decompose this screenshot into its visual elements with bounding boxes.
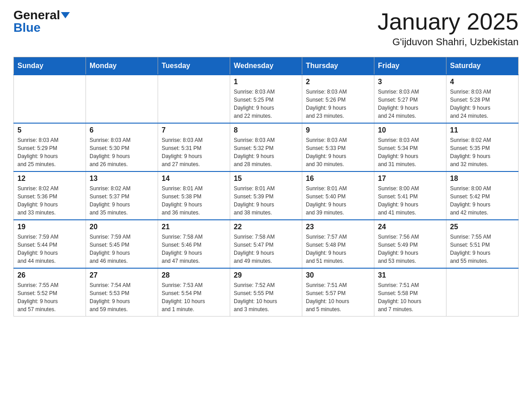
day-number: 2: [306, 78, 370, 86]
calendar-cell: 9Sunrise: 8:03 AM Sunset: 5:33 PM Daylig…: [302, 123, 374, 171]
calendar-cell: 2Sunrise: 8:03 AM Sunset: 5:26 PM Daylig…: [302, 75, 374, 123]
calendar-cell: 10Sunrise: 8:03 AM Sunset: 5:34 PM Dayli…: [374, 123, 446, 171]
day-number: 8: [234, 126, 298, 134]
calendar-week-row: 5Sunrise: 8:03 AM Sunset: 5:29 PM Daylig…: [14, 123, 519, 171]
day-info: Sunrise: 8:03 AM Sunset: 5:29 PM Dayligh…: [17, 136, 82, 168]
calendar-cell: 30Sunrise: 7:51 AM Sunset: 5:57 PM Dayli…: [302, 268, 374, 317]
day-info: Sunrise: 7:59 AM Sunset: 5:45 PM Dayligh…: [90, 233, 154, 265]
day-number: 11: [450, 126, 515, 134]
logo-general-text: General: [13, 9, 60, 21]
day-info: Sunrise: 8:03 AM Sunset: 5:28 PM Dayligh…: [450, 88, 515, 120]
day-number: 22: [234, 223, 298, 231]
calendar-week-row: 19Sunrise: 7:59 AM Sunset: 5:44 PM Dayli…: [14, 220, 519, 268]
day-info: Sunrise: 8:00 AM Sunset: 5:42 PM Dayligh…: [450, 184, 515, 217]
day-number: 12: [17, 175, 82, 183]
day-number: 24: [378, 223, 442, 231]
day-info: Sunrise: 7:59 AM Sunset: 5:44 PM Dayligh…: [17, 233, 82, 265]
weekday-header-monday: Monday: [86, 57, 158, 75]
day-info: Sunrise: 7:56 AM Sunset: 5:49 PM Dayligh…: [378, 233, 442, 265]
day-info: Sunrise: 7:57 AM Sunset: 5:48 PM Dayligh…: [306, 233, 370, 265]
day-number: 25: [450, 223, 515, 231]
calendar-cell: 26Sunrise: 7:55 AM Sunset: 5:52 PM Dayli…: [14, 268, 86, 317]
page-header: General Blue January 2025 G'ijduvon Shah…: [13, 9, 519, 48]
day-info: Sunrise: 7:51 AM Sunset: 5:58 PM Dayligh…: [378, 281, 442, 313]
day-info: Sunrise: 7:55 AM Sunset: 5:52 PM Dayligh…: [17, 281, 82, 313]
calendar-cell: 29Sunrise: 7:52 AM Sunset: 5:55 PM Dayli…: [230, 268, 302, 317]
calendar-cell: 1Sunrise: 8:03 AM Sunset: 5:25 PM Daylig…: [230, 75, 302, 123]
day-info: Sunrise: 7:53 AM Sunset: 5:54 PM Dayligh…: [162, 281, 226, 313]
calendar-cell: [14, 75, 86, 123]
weekday-header-row: SundayMondayTuesdayWednesdayThursdayFrid…: [14, 57, 519, 75]
calendar-cell: 6Sunrise: 8:03 AM Sunset: 5:30 PM Daylig…: [86, 123, 158, 171]
calendar-table: SundayMondayTuesdayWednesdayThursdayFrid…: [13, 57, 519, 317]
weekday-header-tuesday: Tuesday: [158, 57, 230, 75]
calendar-cell: [446, 268, 519, 317]
day-info: Sunrise: 7:58 AM Sunset: 5:47 PM Dayligh…: [234, 233, 298, 265]
day-info: Sunrise: 8:02 AM Sunset: 5:36 PM Dayligh…: [17, 184, 82, 217]
logo-triangle-icon: [61, 12, 70, 18]
day-number: 31: [378, 271, 442, 279]
calendar-cell: 23Sunrise: 7:57 AM Sunset: 5:48 PM Dayli…: [302, 220, 374, 268]
calendar-cell: 20Sunrise: 7:59 AM Sunset: 5:45 PM Dayli…: [86, 220, 158, 268]
calendar-cell: 12Sunrise: 8:02 AM Sunset: 5:36 PM Dayli…: [14, 171, 86, 220]
weekday-header-saturday: Saturday: [446, 57, 519, 75]
day-number: 28: [162, 271, 226, 279]
month-title: January 2025: [378, 9, 519, 34]
logo-blue-text: Blue: [13, 21, 41, 34]
weekday-header-thursday: Thursday: [302, 57, 374, 75]
weekday-header-wednesday: Wednesday: [230, 57, 302, 75]
calendar-cell: [158, 75, 230, 123]
day-info: Sunrise: 8:03 AM Sunset: 5:34 PM Dayligh…: [378, 136, 442, 168]
day-number: 23: [306, 223, 370, 231]
day-info: Sunrise: 7:58 AM Sunset: 5:46 PM Dayligh…: [162, 233, 226, 265]
calendar-cell: 31Sunrise: 7:51 AM Sunset: 5:58 PM Dayli…: [374, 268, 446, 317]
calendar-cell: 25Sunrise: 7:55 AM Sunset: 5:51 PM Dayli…: [446, 220, 519, 268]
calendar-cell: 5Sunrise: 8:03 AM Sunset: 5:29 PM Daylig…: [14, 123, 86, 171]
day-number: 7: [162, 126, 226, 134]
calendar-cell: [86, 75, 158, 123]
day-info: Sunrise: 8:03 AM Sunset: 5:32 PM Dayligh…: [234, 136, 298, 168]
calendar-week-row: 12Sunrise: 8:02 AM Sunset: 5:36 PM Dayli…: [14, 171, 519, 220]
calendar-cell: 16Sunrise: 8:01 AM Sunset: 5:40 PM Dayli…: [302, 171, 374, 220]
calendar-cell: 19Sunrise: 7:59 AM Sunset: 5:44 PM Dayli…: [14, 220, 86, 268]
day-number: 10: [378, 126, 442, 134]
day-info: Sunrise: 7:51 AM Sunset: 5:57 PM Dayligh…: [306, 281, 370, 313]
day-number: 4: [450, 78, 515, 86]
calendar-cell: 3Sunrise: 8:03 AM Sunset: 5:27 PM Daylig…: [374, 75, 446, 123]
day-number: 16: [306, 175, 370, 183]
day-number: 14: [162, 175, 226, 183]
day-info: Sunrise: 7:55 AM Sunset: 5:51 PM Dayligh…: [450, 233, 515, 265]
calendar-cell: 7Sunrise: 8:03 AM Sunset: 5:31 PM Daylig…: [158, 123, 230, 171]
calendar-cell: 27Sunrise: 7:54 AM Sunset: 5:53 PM Dayli…: [86, 268, 158, 317]
calendar-cell: 24Sunrise: 7:56 AM Sunset: 5:49 PM Dayli…: [374, 220, 446, 268]
day-number: 15: [234, 175, 298, 183]
day-number: 18: [450, 175, 515, 183]
day-number: 26: [17, 271, 82, 279]
calendar-cell: 18Sunrise: 8:00 AM Sunset: 5:42 PM Dayli…: [446, 171, 519, 220]
day-number: 19: [17, 223, 82, 231]
day-info: Sunrise: 8:03 AM Sunset: 5:31 PM Dayligh…: [162, 136, 226, 168]
calendar-cell: 13Sunrise: 8:02 AM Sunset: 5:37 PM Dayli…: [86, 171, 158, 220]
calendar-cell: 17Sunrise: 8:00 AM Sunset: 5:41 PM Dayli…: [374, 171, 446, 220]
calendar-cell: 14Sunrise: 8:01 AM Sunset: 5:38 PM Dayli…: [158, 171, 230, 220]
weekday-header-friday: Friday: [374, 57, 446, 75]
day-info: Sunrise: 8:03 AM Sunset: 5:25 PM Dayligh…: [234, 88, 298, 120]
day-info: Sunrise: 8:02 AM Sunset: 5:37 PM Dayligh…: [90, 184, 154, 217]
day-info: Sunrise: 8:02 AM Sunset: 5:35 PM Dayligh…: [450, 136, 515, 168]
calendar-cell: 11Sunrise: 8:02 AM Sunset: 5:35 PM Dayli…: [446, 123, 519, 171]
calendar-week-row: 26Sunrise: 7:55 AM Sunset: 5:52 PM Dayli…: [14, 268, 519, 317]
day-number: 9: [306, 126, 370, 134]
day-info: Sunrise: 8:03 AM Sunset: 5:26 PM Dayligh…: [306, 88, 370, 120]
calendar-cell: 22Sunrise: 7:58 AM Sunset: 5:47 PM Dayli…: [230, 220, 302, 268]
weekday-header-sunday: Sunday: [14, 57, 86, 75]
day-info: Sunrise: 8:03 AM Sunset: 5:27 PM Dayligh…: [378, 88, 442, 120]
day-number: 6: [90, 126, 154, 134]
day-info: Sunrise: 8:00 AM Sunset: 5:41 PM Dayligh…: [378, 184, 442, 217]
day-info: Sunrise: 8:03 AM Sunset: 5:33 PM Dayligh…: [306, 136, 370, 168]
calendar-cell: 15Sunrise: 8:01 AM Sunset: 5:39 PM Dayli…: [230, 171, 302, 220]
day-number: 1: [234, 78, 298, 86]
day-number: 3: [378, 78, 442, 86]
title-section: January 2025 G'ijduvon Shahri, Uzbekista…: [378, 9, 519, 48]
day-info: Sunrise: 7:54 AM Sunset: 5:53 PM Dayligh…: [90, 281, 154, 313]
location-title: G'ijduvon Shahri, Uzbekistan: [378, 36, 519, 48]
